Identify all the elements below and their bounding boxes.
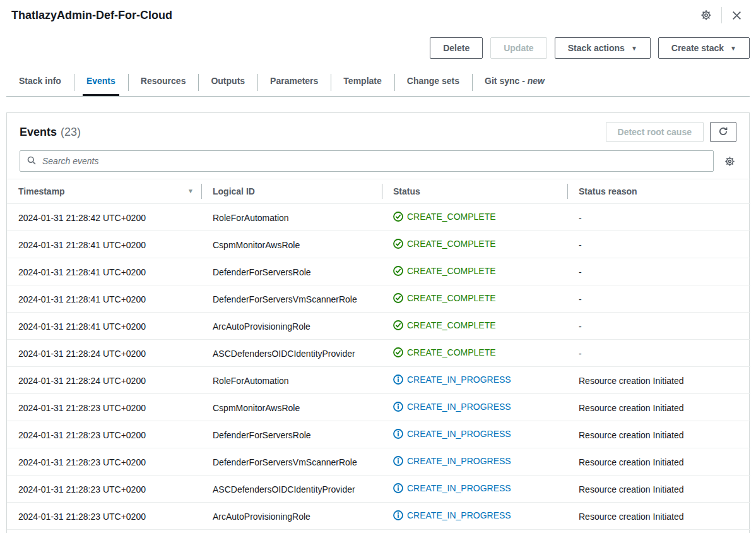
tab-template[interactable]: Template bbox=[331, 69, 394, 96]
tab-stack-info[interactable]: Stack info bbox=[6, 69, 74, 96]
tab-change-sets[interactable]: Change sets bbox=[394, 69, 472, 96]
caret-down-icon: ▼ bbox=[631, 45, 637, 52]
status-cell: CREATE_COMPLETE bbox=[382, 231, 567, 258]
sort-descending-icon[interactable]: ▼ bbox=[187, 188, 194, 195]
status-cell: CREATE_IN_PROGRESS bbox=[382, 503, 567, 530]
status-success-icon bbox=[393, 347, 403, 357]
status-reason-cell: Resource creation Initiated bbox=[567, 503, 750, 530]
logical-id-cell: ASCDefendersOIDCIdentityProvider bbox=[201, 340, 382, 367]
status-text: CREATE_COMPLETE bbox=[407, 320, 496, 331]
table-header-row: Timestamp ▼ Logical ID Status Status rea… bbox=[7, 179, 750, 204]
search-row bbox=[7, 147, 749, 172]
status-text: CREATE_IN_PROGRESS bbox=[407, 455, 511, 467]
column-header-timestamp[interactable]: Timestamp ▼ bbox=[7, 179, 201, 204]
stack-actions-dropdown[interactable]: Stack actions ▼ bbox=[555, 37, 651, 59]
status-cell: CREATE_COMPLETE bbox=[382, 313, 567, 340]
table-row: 2024-01-31 21:28:24 UTC+0200 RoleForAuto… bbox=[7, 367, 750, 394]
tab-resources[interactable]: Resources bbox=[128, 69, 199, 96]
status-icon bbox=[393, 293, 403, 303]
tab-outputs[interactable]: Outputs bbox=[198, 69, 257, 96]
table-row: 2024-01-31 21:28:23 UTC+0200 UpdateExist… bbox=[7, 530, 750, 533]
status-icon bbox=[393, 456, 403, 466]
create-stack-dropdown[interactable]: Create stack ▼ bbox=[658, 37, 750, 59]
logical-id-cell: CspmMonitorAwsRole bbox=[201, 394, 382, 421]
status-text: CREATE_IN_PROGRESS bbox=[407, 374, 511, 385]
status-cell: CREATE_IN_PROGRESS bbox=[382, 421, 567, 448]
detect-root-cause-button[interactable]: Detect root cause bbox=[606, 122, 704, 142]
tab-events[interactable]: Events bbox=[74, 69, 128, 96]
table-row: 2024-01-31 21:28:24 UTC+0200 ASCDefender… bbox=[7, 340, 750, 367]
status-success-icon bbox=[393, 212, 403, 222]
table-row: 2024-01-31 21:28:23 UTC+0200 DefenderFor… bbox=[7, 448, 750, 476]
tab-parameters[interactable]: Parameters bbox=[257, 69, 331, 96]
logical-id-cell: DefenderForServersRole bbox=[201, 258, 382, 285]
column-header-status-reason[interactable]: Status reason bbox=[567, 179, 750, 204]
status-text: CREATE_COMPLETE bbox=[407, 292, 496, 304]
table-row: 2024-01-31 21:28:23 UTC+0200 ArcAutoProv… bbox=[7, 503, 750, 530]
status-text: CREATE_COMPLETE bbox=[407, 211, 496, 222]
settings-button[interactable] bbox=[699, 8, 713, 22]
logical-id-cell: DefenderForServersVmScannerRole bbox=[201, 285, 382, 313]
events-header-actions: Detect root cause bbox=[606, 122, 736, 142]
update-button[interactable]: Update bbox=[490, 37, 546, 59]
status-text: CREATE_IN_PROGRESS bbox=[407, 482, 511, 494]
status-in-progress-icon bbox=[393, 402, 403, 412]
status-reason-cell: - bbox=[567, 285, 750, 313]
table-preferences-button[interactable] bbox=[723, 155, 736, 168]
status-reason-cell: Resource creation Initiated bbox=[567, 367, 750, 394]
tab-label: Events bbox=[86, 76, 115, 86]
status-icon bbox=[393, 429, 403, 439]
close-button[interactable] bbox=[730, 9, 743, 22]
caret-down-icon: ▼ bbox=[730, 45, 736, 52]
logical-id-cell: RoleForAutomation bbox=[201, 204, 382, 231]
search-input[interactable] bbox=[42, 151, 707, 171]
column-header-logical-id[interactable]: Logical ID bbox=[201, 179, 382, 204]
tab-label: Stack info bbox=[19, 76, 61, 86]
status-cell: CREATE_IN_PROGRESS bbox=[382, 448, 567, 476]
status-icon bbox=[393, 402, 403, 412]
status-reason-cell: Resource creation Initiated bbox=[567, 448, 750, 476]
events-table-body: 2024-01-31 21:28:42 UTC+0200 RoleForAuto… bbox=[7, 204, 750, 533]
status-reason-cell: - bbox=[567, 258, 750, 285]
status-reason-cell: - bbox=[567, 231, 750, 258]
logical-id-cell: RoleForAutomation bbox=[201, 367, 382, 394]
events-table: Timestamp ▼ Logical ID Status Status rea… bbox=[7, 179, 750, 533]
status-reason-cell: Resource creation Initiated bbox=[567, 421, 750, 448]
status-reason-cell: - bbox=[567, 204, 750, 231]
column-header-status[interactable]: Status bbox=[382, 179, 567, 204]
page-title: ThatlazyAdmin-Def-For-Cloud bbox=[11, 9, 172, 22]
table-row: 2024-01-31 21:28:23 UTC+0200 CspmMonitor… bbox=[7, 394, 750, 421]
tab-git-sync[interactable]: Git sync - new bbox=[472, 69, 557, 96]
timestamp-cell: 2024-01-31 21:28:24 UTC+0200 bbox=[7, 367, 201, 394]
timestamp-cell: 2024-01-31 21:28:41 UTC+0200 bbox=[7, 258, 201, 285]
close-icon bbox=[731, 10, 742, 21]
status-icon bbox=[393, 320, 403, 330]
status-success-icon bbox=[393, 266, 403, 276]
status-text: CREATE_COMPLETE bbox=[407, 265, 496, 277]
logical-id-cell: DefenderForServersVmScannerRole bbox=[201, 448, 382, 476]
status-text: CREATE_IN_PROGRESS bbox=[407, 510, 511, 521]
refresh-button[interactable] bbox=[710, 122, 736, 142]
tab-label: Change sets bbox=[407, 76, 459, 86]
table-row: 2024-01-31 21:28:23 UTC+0200 ASCDefender… bbox=[7, 476, 750, 503]
header-controls bbox=[699, 7, 743, 23]
timestamp-cell: 2024-01-31 21:28:23 UTC+0200 bbox=[7, 394, 201, 421]
gear-icon bbox=[700, 9, 712, 21]
search-box[interactable] bbox=[20, 150, 714, 172]
tab-label: Outputs bbox=[211, 76, 245, 86]
tabs-bar: Stack info Events Resources Outputs Para… bbox=[6, 69, 750, 97]
events-title: Events bbox=[20, 126, 57, 139]
gear-icon bbox=[724, 156, 735, 167]
tab-label: Git sync - bbox=[485, 76, 525, 86]
header-divider bbox=[721, 7, 722, 23]
status-in-progress-icon bbox=[393, 510, 403, 520]
status-in-progress-icon bbox=[393, 456, 403, 466]
delete-button[interactable]: Delete bbox=[430, 37, 483, 59]
status-cell: CREATE_COMPLETE bbox=[382, 204, 567, 231]
status-icon bbox=[393, 510, 403, 520]
status-text: CREATE_COMPLETE bbox=[407, 238, 496, 249]
logical-id-cell: ArcAutoProvisioningRole bbox=[201, 313, 382, 340]
status-icon bbox=[393, 374, 403, 385]
table-row: 2024-01-31 21:28:41 UTC+0200 CspmMonitor… bbox=[7, 231, 750, 258]
table-row: 2024-01-31 21:28:41 UTC+0200 DefenderFor… bbox=[7, 258, 750, 285]
